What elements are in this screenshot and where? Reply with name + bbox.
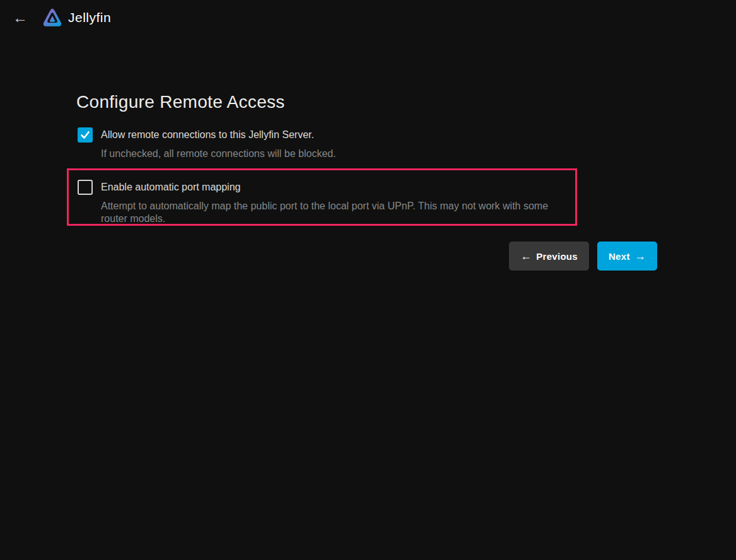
option-enable-port-mapping: Enable automatic port mapping Attempt to… (78, 180, 575, 225)
option-port-mapping-label[interactable]: Enable automatic port mapping (101, 180, 240, 195)
app-name: Jellyfin (68, 10, 111, 25)
setup-wizard-page: { "colors": { "background": "#101010", "… (0, 0, 736, 560)
highlight-annotation-box: Enable automatic port mapping Attempt to… (67, 168, 577, 226)
option-allow-remote-label[interactable]: Allow remote connections to this Jellyfi… (101, 127, 314, 143)
checkbox-allow-remote-connections[interactable] (78, 127, 93, 143)
option-allow-remote-description: If unchecked, all remote connections wil… (101, 148, 588, 160)
checkbox-enable-port-mapping[interactable] (78, 180, 93, 195)
previous-button[interactable]: ← Previous (509, 242, 589, 271)
arrow-right-icon: → (634, 250, 646, 262)
option-port-mapping-description: Attempt to automatically map the public … (101, 200, 575, 225)
wizard-navigation: ← Previous Next → (509, 242, 657, 271)
checkmark-icon (80, 130, 90, 140)
previous-button-label: Previous (536, 251, 578, 262)
app-header: ← Jellyfin (0, 0, 736, 35)
next-button[interactable]: Next → (597, 242, 657, 271)
option-allow-remote-connections: Allow remote connections to this Jellyfi… (78, 127, 588, 160)
arrow-left-icon: ← (520, 250, 532, 262)
jellyfin-logo-icon (42, 7, 63, 28)
next-button-label: Next (609, 251, 630, 262)
jellyfin-logo: Jellyfin (42, 7, 111, 28)
arrow-back-icon: ← (13, 9, 28, 26)
page-title: Configure Remote Access (76, 92, 285, 112)
back-button[interactable]: ← (9, 6, 32, 29)
